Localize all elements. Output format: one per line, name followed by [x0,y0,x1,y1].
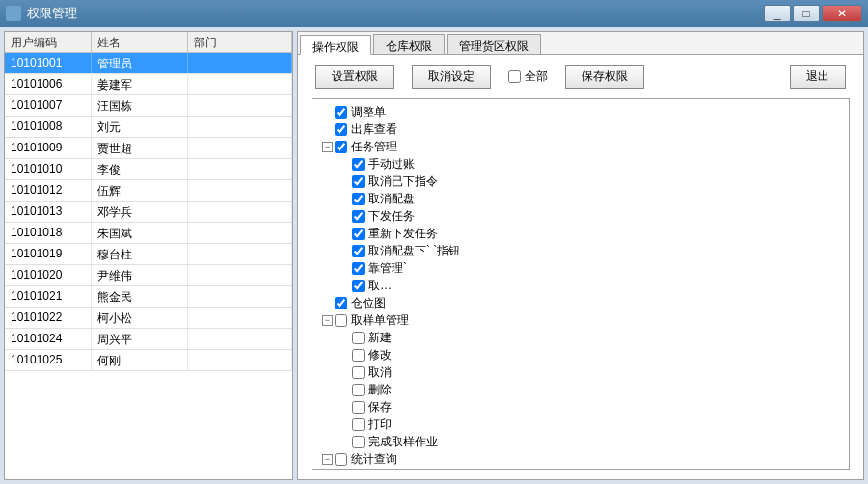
all-checkbox-input[interactable] [508,70,521,83]
tree-label[interactable]: 打印 [366,416,393,433]
maximize-button[interactable]: □ [793,5,820,22]
set-permission-button[interactable]: 设置权限 [315,65,394,89]
tree-node[interactable]: 打印 [339,416,843,433]
tree-label[interactable]: 取… [366,277,393,294]
cancel-setting-button[interactable]: 取消设定 [412,65,491,89]
tree-node[interactable]: −任务管理 [322,138,843,155]
tree-checkbox[interactable] [352,349,365,362]
tree-label[interactable]: 取消 [366,363,393,381]
tree-node[interactable]: 删除 [339,381,843,398]
tree-node[interactable]: 重新下发任务 [339,225,843,242]
tree-checkbox[interactable] [352,245,365,257]
tree-checkbox[interactable] [352,228,365,240]
tree-node[interactable]: 新建 [339,329,843,346]
table-row[interactable]: 10101009贾世超 [5,138,292,159]
tree-label[interactable]: 手动过账 [366,155,417,173]
tree-node[interactable]: −统计查询 [322,450,843,468]
tab-1[interactable]: 仓库权限 [373,34,445,54]
tree-label[interactable]: 取消配盘 [366,190,417,207]
tree-label[interactable]: 任务管理 [349,138,399,155]
col-header-dept[interactable]: 部门 [188,32,292,52]
table-row[interactable]: 10101007汪国栋 [5,95,292,117]
col-header-name[interactable]: 姓名 [92,32,188,52]
tree-checkbox[interactable] [335,106,347,119]
save-permission-button[interactable]: 保存权限 [565,65,644,89]
tree-checkbox[interactable] [352,210,365,223]
tree-checkbox[interactable] [335,453,347,466]
tree-node[interactable]: 取消配盘下` `指钮 [339,242,843,259]
tree-node[interactable]: 仓位图 [322,294,843,311]
tree-node[interactable]: 取… [339,277,843,294]
table-row[interactable]: 10101019穆台柱 [5,244,292,265]
tree-node[interactable]: 调整单 [322,103,843,121]
tree-checkbox[interactable] [335,123,347,136]
expander-icon[interactable]: − [322,142,333,152]
tree-node[interactable]: 库存明细 [339,468,843,470]
tree-node[interactable]: 保存 [339,398,843,416]
tree-node[interactable]: 完成取样作业 [339,433,843,450]
tab-2[interactable]: 管理货区权限 [447,34,541,54]
table-row[interactable]: 10101006姜建军 [5,74,292,95]
table-row[interactable]: 10101022柯小松 [5,308,292,329]
table-row[interactable]: 10101012伍辉 [5,180,292,202]
tree-label[interactable]: 删除 [366,381,393,398]
tree-checkbox[interactable] [335,297,347,309]
all-checkbox[interactable]: 全部 [508,68,548,85]
tree-label[interactable]: 取消已下指令 [366,173,440,190]
tree-node[interactable]: 取消已下指令 [339,173,843,190]
close-button[interactable]: ✕ [822,5,862,22]
tree-label[interactable]: 下发任务 [366,207,417,225]
tree-node[interactable]: 取消配盘 [339,190,843,207]
tree-checkbox[interactable] [352,193,365,205]
tree-node[interactable]: −取样单管理 [322,311,843,329]
tree-label[interactable]: 库存明细 [366,468,417,470]
col-header-code[interactable]: 用户编码 [5,32,92,52]
grid-body[interactable]: 10101001管理员10101006姜建军10101007汪国栋1010100… [5,53,292,477]
permission-tree-container[interactable]: 调整单出库查看−任务管理手动过账取消已下指令取消配盘下发任务重新下发任务取消配盘… [312,98,850,470]
table-row[interactable]: 10101021熊金民 [5,286,292,308]
tree-label[interactable]: 保存 [366,398,393,416]
tree-checkbox[interactable] [352,175,365,188]
table-row[interactable]: 10101018朱国斌 [5,223,292,244]
tree-checkbox[interactable] [352,384,365,396]
tree-label[interactable]: 重新下发任务 [366,225,440,242]
tree-label[interactable]: 取消配盘下` `指钮 [366,242,462,259]
tree-label[interactable]: 取样单管理 [349,311,411,329]
tree-node[interactable]: 下发任务 [339,207,843,225]
tree-label[interactable]: 修改 [366,346,393,363]
tree-node[interactable]: 手动过账 [339,155,843,173]
table-row[interactable]: 10101001管理员 [5,53,292,74]
tree-label[interactable]: 完成取样作业 [366,433,440,450]
minimize-button[interactable]: _ [764,5,791,22]
tree-node[interactable]: 靠管理` [339,259,843,277]
tree-node[interactable]: 出库查看 [322,121,843,138]
table-row[interactable]: 10101025何刚 [5,350,292,371]
exit-button[interactable]: 退出 [790,65,846,89]
tree-checkbox[interactable] [352,436,365,448]
table-row[interactable]: 10101010李俊 [5,159,292,180]
tree-checkbox[interactable] [352,262,365,275]
tree-label[interactable]: 统计查询 [349,450,399,468]
tree-label[interactable]: 新建 [366,329,393,346]
table-row[interactable]: 10101020尹维伟 [5,265,292,286]
tree-checkbox[interactable] [352,366,365,379]
tree-label[interactable]: 调整单 [349,103,388,121]
tab-0[interactable]: 操作权限 [300,35,371,55]
table-row[interactable]: 10101013邓学兵 [5,202,292,223]
tree-checkbox[interactable] [352,401,365,414]
tree-checkbox[interactable] [352,280,365,292]
table-row[interactable]: 10101008刘元 [5,117,292,138]
tree-checkbox[interactable] [352,158,365,171]
tree-node[interactable]: 取消 [339,363,843,381]
tree-checkbox[interactable] [335,141,347,153]
tree-checkbox[interactable] [352,332,365,344]
tree-label[interactable]: 出库查看 [349,121,399,138]
tree-checkbox[interactable] [352,418,365,431]
tree-node[interactable]: 修改 [339,346,843,363]
expander-icon[interactable]: − [322,315,333,326]
table-row[interactable]: 10101024周兴平 [5,329,292,350]
tree-label[interactable]: 靠管理` [366,259,409,277]
expander-icon[interactable]: − [322,454,333,465]
tree-checkbox[interactable] [335,314,347,327]
tree-label[interactable]: 仓位图 [349,294,388,311]
